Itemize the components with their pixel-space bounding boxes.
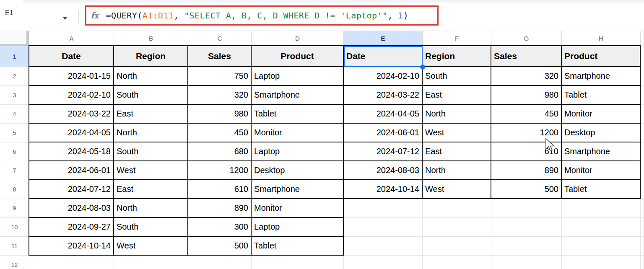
cell-B3[interactable]: South (114, 86, 188, 105)
cell-C10[interactable]: 300 (188, 218, 252, 237)
row-header-12[interactable]: 12 (0, 256, 29, 269)
cell-A4[interactable]: 2024-03-22 (29, 105, 114, 124)
cell-D4[interactable]: Tablet (252, 105, 344, 124)
row-header-8[interactable]: 8 (0, 180, 29, 199)
cell-E2[interactable]: 2024-02-10 (344, 67, 423, 86)
cell-I5[interactable] (641, 124, 644, 142)
cell-E3[interactable]: 2024-03-22 (344, 86, 423, 105)
cell-I11[interactable] (641, 237, 644, 256)
cell-F9[interactable] (423, 199, 491, 218)
row-header-2[interactable]: 2 (0, 67, 29, 86)
cell-F12[interactable] (423, 256, 491, 269)
column-header-C[interactable]: C (188, 31, 252, 46)
cell-G9[interactable] (491, 199, 562, 218)
cell-H2[interactable]: Smartphone (562, 67, 641, 86)
cell-B11[interactable]: West (114, 237, 188, 256)
select-all-corner[interactable] (0, 31, 29, 46)
row-header-5[interactable]: 5 (0, 124, 29, 142)
cell-G10[interactable] (491, 218, 562, 237)
cell-A10[interactable]: 2024-09-27 (29, 218, 114, 237)
cell-F3[interactable]: East (423, 86, 491, 105)
column-header-B[interactable]: B (114, 31, 188, 46)
cell-A8[interactable]: 2024-07-12 (29, 180, 114, 199)
chevron-down-icon[interactable] (62, 17, 68, 20)
header-cell-D1[interactable]: Product (252, 46, 344, 67)
cell-I8[interactable] (641, 180, 644, 199)
cell-A12[interactable] (29, 256, 114, 269)
cell-H7[interactable]: Monitor (562, 161, 641, 180)
cell-I2[interactable] (641, 67, 644, 86)
cell-A5[interactable]: 2024-04-05 (29, 124, 114, 142)
cell-D11[interactable]: Tablet (252, 237, 344, 256)
cell-B4[interactable]: East (114, 105, 188, 124)
cell-G3[interactable]: 980 (491, 86, 562, 105)
row-header-3[interactable]: 3 (0, 86, 29, 105)
cell-A9[interactable]: 2024-08-03 (29, 199, 114, 218)
cell-E9[interactable] (344, 199, 423, 218)
name-box[interactable]: E1 (5, 9, 13, 17)
cell-B2[interactable]: North (114, 67, 188, 86)
header-cell-G1[interactable]: Sales (491, 46, 562, 67)
cell-B6[interactable]: South (114, 142, 188, 161)
cell-H3[interactable]: Tablet (562, 86, 641, 105)
cell-B10[interactable]: South (114, 218, 188, 237)
cell-F8[interactable]: West (423, 180, 491, 199)
cell-G7[interactable]: 890 (491, 161, 562, 180)
cell-F7[interactable]: North (423, 161, 491, 180)
cell-D9[interactable]: Monitor (252, 199, 344, 218)
row-header-6[interactable]: 6 (0, 142, 29, 161)
cell-D2[interactable]: Laptop (252, 67, 344, 86)
cell-G11[interactable] (491, 237, 562, 256)
cell-B9[interactable]: North (114, 199, 188, 218)
cell-D12[interactable] (252, 256, 344, 269)
cell-G4[interactable]: 450 (491, 105, 562, 124)
cell-D8[interactable]: Smartphone (252, 180, 344, 199)
column-header-F[interactable]: F (423, 31, 491, 46)
cell-G8[interactable]: 500 (491, 180, 562, 199)
header-cell-F1[interactable]: Region (423, 46, 491, 67)
cell-H5[interactable]: Desktop (562, 124, 641, 142)
cell-F5[interactable]: West (423, 124, 491, 142)
cell-B5[interactable]: North (114, 124, 188, 142)
cell-G5[interactable]: 1200 (491, 124, 562, 142)
cell-D7[interactable]: Desktop (252, 161, 344, 180)
cell-I12[interactable] (641, 256, 644, 269)
column-header-D[interactable]: D (252, 31, 344, 46)
cell-D6[interactable]: Laptop (252, 142, 344, 161)
cell-C4[interactable]: 980 (188, 105, 252, 124)
column-header-A[interactable]: A (29, 31, 114, 46)
cell-I1[interactable] (641, 46, 644, 67)
cell-I7[interactable] (641, 161, 644, 180)
cell-F11[interactable] (423, 237, 491, 256)
header-cell-C1[interactable]: Sales (188, 46, 252, 67)
cell-C11[interactable]: 500 (188, 237, 252, 256)
cell-E8[interactable]: 2024-10-14 (344, 180, 423, 199)
cell-F10[interactable] (423, 218, 491, 237)
cell-I9[interactable] (641, 199, 644, 218)
cell-A3[interactable]: 2024-02-10 (29, 86, 114, 105)
cell-H4[interactable]: Monitor (562, 105, 641, 124)
formula-input[interactable]: =QUERY(A1:D11, "SELECT A, B, C, D WHERE … (106, 10, 409, 21)
row-header-10[interactable]: 10 (0, 218, 29, 237)
cell-G2[interactable]: 320 (491, 67, 562, 86)
header-cell-H1[interactable]: Product (562, 46, 641, 67)
cell-C3[interactable]: 320 (188, 86, 252, 105)
cell-B7[interactable]: West (114, 161, 188, 180)
cell-A11[interactable]: 2024-10-14 (29, 237, 114, 256)
cell-C6[interactable]: 680 (188, 142, 252, 161)
cell-I4[interactable] (641, 105, 644, 124)
cell-B12[interactable] (114, 256, 188, 269)
header-cell-B1[interactable]: Region (114, 46, 188, 67)
cell-D10[interactable]: Laptop (252, 218, 344, 237)
cell-G12[interactable] (491, 256, 562, 269)
row-header-7[interactable]: 7 (0, 161, 29, 180)
cell-C8[interactable]: 610 (188, 180, 252, 199)
row-header-4[interactable]: 4 (0, 105, 29, 124)
cell-H11[interactable] (562, 237, 641, 256)
cell-C9[interactable]: 890 (188, 199, 252, 218)
cell-F6[interactable]: East (423, 142, 491, 161)
cell-A2[interactable]: 2024-01-15 (29, 67, 114, 86)
cell-A6[interactable]: 2024-05-18 (29, 142, 114, 161)
cell-I10[interactable] (641, 218, 644, 237)
column-header-G[interactable]: G (491, 31, 562, 46)
